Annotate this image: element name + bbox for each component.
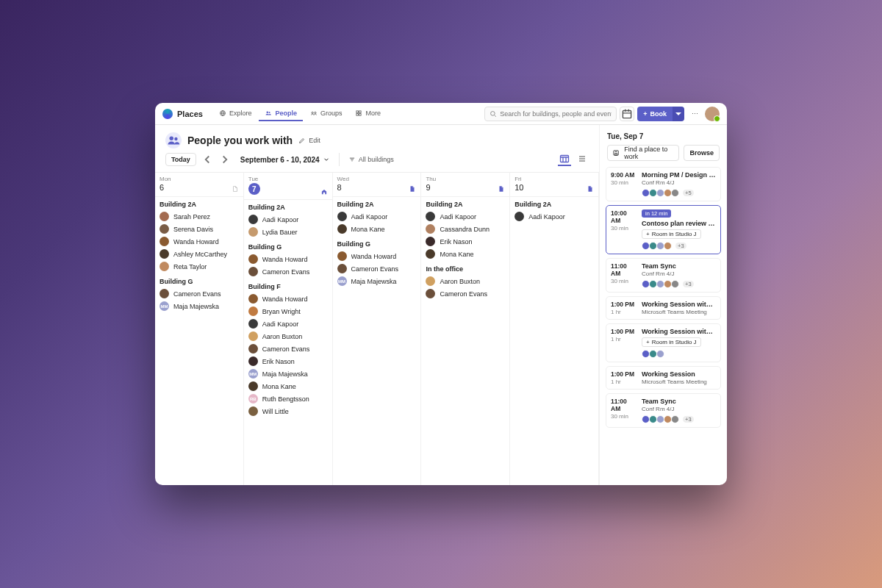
event-body: Team SyncConf Rm 4/J+3 <box>642 398 716 423</box>
person-row[interactable]: MMMaja Majewska <box>159 300 239 312</box>
person-row[interactable]: Wanda Howard <box>248 293 328 305</box>
person-row[interactable]: Wanda Howard <box>248 253 328 265</box>
prev-button[interactable] <box>201 153 214 166</box>
list-view-toggle[interactable] <box>576 153 589 166</box>
person-row[interactable]: Aadi Kapoor <box>337 210 417 223</box>
person-name: Wanda Howard <box>262 295 308 303</box>
person-name: Cameron Evans <box>440 290 487 298</box>
book-button[interactable]: + Book <box>637 107 673 121</box>
person-row[interactable]: Reta Taylor <box>159 260 239 273</box>
person-row[interactable]: Mona Kane <box>426 248 505 260</box>
nav-people[interactable]: People <box>259 107 303 121</box>
person-row[interactable]: Wanda Howard <box>337 250 417 262</box>
person-row[interactable]: RBRuth Bengtsson <box>248 392 328 405</box>
date-range-dropdown[interactable]: September 6 - 10, 2024 <box>240 156 330 164</box>
person-row[interactable]: Wanda Howard <box>159 235 239 248</box>
person-row[interactable]: Will Little <box>248 405 328 417</box>
person-row[interactable]: Cameron Evans <box>337 262 417 275</box>
person-name: Maja Majewska <box>173 303 219 310</box>
room-chip[interactable]: +Room in Studio J <box>642 337 701 347</box>
day-column: Thu9Building 2AAadi KapoorCassandra Dunn… <box>421 173 510 485</box>
day-header[interactable]: Fri10 <box>510 173 598 197</box>
day-column: Fri10Building 2AAadi Kapoor <box>510 173 599 485</box>
person-row[interactable]: MMMaja Majewska <box>337 275 417 287</box>
event-card[interactable]: 1:00 PM1 hrWorking Session with a very..… <box>606 296 721 320</box>
calendar-shortcut-button[interactable] <box>620 107 634 121</box>
find-place-button[interactable]: Find a place to work <box>607 145 679 161</box>
event-title: Morning PM / Design Sync <box>642 171 716 179</box>
room-chip[interactable]: +Room in Studio J <box>642 229 701 239</box>
person-row[interactable]: Aaron Buxton <box>248 330 328 343</box>
search-input[interactable] <box>500 110 612 118</box>
avatar <box>426 289 435 298</box>
search-box[interactable] <box>484 107 617 121</box>
person-name: Mona Kane <box>262 383 296 390</box>
event-card[interactable]: 1:00 PM1 hrWorking Session with a very..… <box>606 323 721 362</box>
avatar <box>248 356 258 366</box>
avatar <box>248 294 258 304</box>
person-row[interactable]: Erik Nason <box>426 235 505 248</box>
nav-explore[interactable]: Explore <box>213 107 258 121</box>
avatar <box>248 319 258 329</box>
browse-button[interactable]: Browse <box>684 145 720 161</box>
group-title: Building 2A <box>159 201 239 208</box>
event-body: in 12 minContoso plan review FY23+Room i… <box>642 209 716 250</box>
person-row[interactable]: Aadi Kapoor <box>514 210 594 223</box>
day-header[interactable]: Thu9 <box>421 173 509 197</box>
person-row[interactable]: MMMaja Majewska <box>248 368 328 380</box>
person-row[interactable]: Aadi Kapoor <box>248 213 328 226</box>
person-row[interactable]: Bryan Wright <box>248 305 328 318</box>
svg-rect-29 <box>614 151 618 155</box>
person-row[interactable]: Cameron Evans <box>159 287 239 300</box>
person-row[interactable]: Cameron Evans <box>426 287 505 300</box>
attendee-stack: +3 <box>642 280 716 288</box>
avatar <box>248 406 258 416</box>
day-header[interactable]: Mon6 <box>155 173 243 197</box>
more-menu-button[interactable]: ⋯ <box>687 107 702 121</box>
day-number: 7 <box>248 183 260 195</box>
nav-label: People <box>275 110 297 117</box>
person-row[interactable]: Lydia Bauer <box>248 226 328 238</box>
day-header[interactable]: Tue7 <box>244 173 332 200</box>
book-dropdown-button[interactable] <box>673 107 684 121</box>
group-title: Building G <box>248 243 328 251</box>
next-button[interactable] <box>218 153 232 166</box>
person-row[interactable]: Serena Davis <box>159 223 239 235</box>
person-row[interactable]: Aadi Kapoor <box>248 318 328 330</box>
nav-groups[interactable]: Groups <box>304 107 348 121</box>
person-row[interactable]: Ashley McCarthey <box>159 248 239 260</box>
person-row[interactable]: Cameron Evans <box>248 265 328 278</box>
person-row[interactable]: Erik Nason <box>248 355 328 368</box>
person-name: Serena Davis <box>173 226 213 233</box>
person-row[interactable]: Aaron Buxton <box>426 275 505 287</box>
person-name: Aadi Kapoor <box>528 213 565 220</box>
event-card[interactable]: 11:00 AM30 minTeam SyncConf Rm 4/J+3 <box>606 393 721 428</box>
map-pin-icon <box>612 148 620 157</box>
person-row[interactable]: Cassandra Dunn <box>426 223 505 235</box>
person-row[interactable]: Cameron Evans <box>248 343 328 355</box>
person-row[interactable]: Sarah Perez <box>159 210 239 223</box>
person-name: Aaron Buxton <box>440 278 480 285</box>
event-card[interactable]: 11:00 AM30 minTeam SyncConf Rm 4/J+3 <box>606 258 721 293</box>
board-view-toggle[interactable] <box>558 153 571 166</box>
attendee-more: +3 <box>675 243 686 249</box>
svg-rect-7 <box>356 110 359 112</box>
person-row[interactable]: Mona Kane <box>337 223 417 235</box>
event-card[interactable]: 1:00 PM1 hrWorking SessionMicrosoft Team… <box>606 366 721 390</box>
top-nav: ExplorePeopleGroupsMore <box>213 107 387 121</box>
avatar <box>159 289 169 298</box>
today-button[interactable]: Today <box>165 153 196 166</box>
location-group: Building 2AAadi KapoorCassandra DunnErik… <box>421 197 509 262</box>
event-body: Working Session with a very...Microsoft … <box>642 301 716 315</box>
edit-button[interactable]: Edit <box>298 137 320 144</box>
day-header[interactable]: Wed8 <box>333 173 421 197</box>
buildings-filter[interactable]: All buildings <box>348 156 394 163</box>
filter-icon <box>348 156 356 163</box>
event-card[interactable]: 9:00 AM30 minMorning PM / Design SyncCon… <box>606 167 721 201</box>
book-split-button: + Book <box>637 107 684 121</box>
person-row[interactable]: Aadi Kapoor <box>426 210 505 223</box>
profile-avatar[interactable] <box>705 107 720 121</box>
person-row[interactable]: Mona Kane <box>248 380 328 392</box>
event-card[interactable]: 10:00 AM30 minin 12 minContoso plan revi… <box>606 205 721 254</box>
nav-more[interactable]: More <box>349 107 387 121</box>
